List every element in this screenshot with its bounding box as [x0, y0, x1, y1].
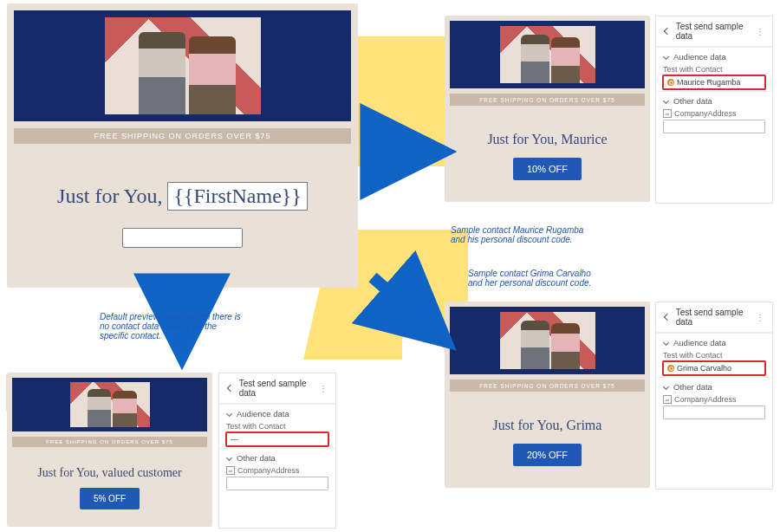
contact-field[interactable]: ---	[226, 432, 328, 446]
section-audience: Audience data	[237, 409, 289, 418]
chevron-down-icon[interactable]	[226, 411, 233, 418]
hero-photo	[105, 17, 261, 114]
contact-value: Grima Carvalho	[677, 364, 731, 373]
contact-icon	[667, 365, 674, 372]
example-card-grima: FREE SHIPPING ON ORDERS OVER $75 Just fo…	[445, 302, 650, 488]
template-email-card: FREE SHIPPING ON ORDERS OVER $75 Just fo…	[7, 3, 358, 288]
more-icon[interactable]: ⋮	[756, 313, 765, 322]
field-label-contact: Test with Contact	[663, 351, 765, 360]
heading-name: Maurice	[561, 132, 607, 146]
section-other: Other data	[673, 382, 712, 392]
caption-maurice: Sample contact Maurice Rugamba and his p…	[451, 225, 583, 244]
field-label-contact: Test with Contact	[663, 65, 765, 74]
hero-banner	[450, 307, 645, 374]
contact-value: Maurice Rugamba	[677, 78, 741, 87]
caption-grima: Sample contact Grima Carvalho and her pe…	[468, 269, 591, 288]
field-label-company: CompanyAddress	[674, 109, 737, 118]
field-icon	[226, 466, 235, 475]
field-label-contact: Test with Contact	[226, 422, 328, 431]
shipping-bar: FREE SHIPPING ON ORDERS OVER $75	[450, 380, 645, 392]
section-other: Other data	[237, 453, 276, 463]
sample-data-panel-default: Test send sample data ⋮ Audience data Te…	[218, 373, 336, 529]
hero-banner	[12, 378, 207, 431]
contact-value: ---	[231, 435, 238, 444]
panel-title: Test send sample data	[239, 379, 314, 398]
personalized-heading: Just for You, Grima	[445, 392, 650, 438]
personalized-heading: Just for You, valued customer	[7, 447, 212, 483]
more-icon[interactable]: ⋮	[756, 27, 765, 36]
back-icon[interactable]	[226, 384, 234, 393]
shipping-bar: FREE SHIPPING ON ORDERS OVER $75	[12, 437, 207, 447]
contact-field[interactable]: Maurice Rugamba	[663, 75, 765, 89]
chevron-down-icon[interactable]	[663, 340, 670, 347]
discount-badge[interactable]: 10% OFF	[513, 158, 582, 180]
section-other: Other data	[673, 96, 712, 106]
chevron-down-icon[interactable]	[226, 455, 233, 462]
diagram-stage: FREE SHIPPING ON ORDERS OVER $75 Just fo…	[0, 0, 780, 532]
personalized-heading: Just for You, Maurice	[445, 106, 650, 152]
hero-banner	[14, 10, 351, 121]
panel-title: Test send sample data	[676, 308, 751, 327]
contact-field[interactable]: Grima Carvalho	[663, 361, 765, 375]
more-icon[interactable]: ⋮	[319, 384, 328, 393]
heading-name: Grima	[567, 418, 602, 432]
example-card-default: FREE SHIPPING ON ORDERS OVER $75 Just fo…	[7, 373, 212, 527]
personalized-heading: Just for You, {{FirstName}}	[7, 159, 358, 219]
chevron-down-icon[interactable]	[663, 384, 670, 391]
discount-badge[interactable]: 20% OFF	[513, 444, 582, 466]
sample-data-panel-grima: Test send sample data ⋮ Audience data Te…	[655, 302, 773, 490]
example-card-maurice: FREE SHIPPING ON ORDERS OVER $75 Just fo…	[445, 16, 650, 202]
hero-photo	[500, 26, 595, 83]
company-field[interactable]	[226, 477, 328, 490]
heading-prefix: Just for You,	[487, 132, 561, 146]
sample-data-panel-maurice: Test send sample data ⋮ Audience data Te…	[655, 16, 773, 204]
discount-token-badge[interactable]: {{Discount}}% OFF	[122, 228, 244, 248]
field-label-company: CompanyAddress	[674, 395, 737, 404]
heading-name: valued customer	[102, 466, 182, 479]
panel-title: Test send sample data	[676, 22, 751, 41]
field-icon	[663, 109, 672, 118]
company-field[interactable]	[663, 405, 765, 419]
back-icon[interactable]	[663, 27, 671, 36]
hero-photo	[500, 312, 595, 369]
section-audience: Audience data	[673, 52, 726, 62]
heading-prefix: Just for You,	[57, 185, 162, 208]
field-label-company: CompanyAddress	[237, 466, 300, 475]
field-icon	[663, 395, 672, 404]
hero-photo	[70, 382, 150, 427]
back-icon[interactable]	[663, 313, 671, 321]
chevron-down-icon[interactable]	[663, 98, 670, 105]
heading-prefix: Just for You,	[37, 466, 101, 479]
heading-prefix: Just for You,	[493, 418, 567, 432]
section-audience: Audience data	[673, 338, 726, 347]
caption-default: Default preview values when there is no …	[100, 312, 241, 341]
firstname-token[interactable]: {{FirstName}}	[167, 182, 307, 211]
discount-badge[interactable]: 5% OFF	[80, 488, 140, 509]
shipping-bar: FREE SHIPPING ON ORDERS OVER $75	[450, 94, 645, 106]
shipping-bar: FREE SHIPPING ON ORDERS OVER $75	[14, 128, 351, 144]
contact-icon	[667, 79, 674, 86]
hero-banner	[450, 21, 645, 88]
discount-row: {{Discount}}% OFF	[7, 219, 358, 248]
chevron-down-icon[interactable]	[663, 54, 670, 61]
company-field[interactable]	[663, 120, 765, 133]
